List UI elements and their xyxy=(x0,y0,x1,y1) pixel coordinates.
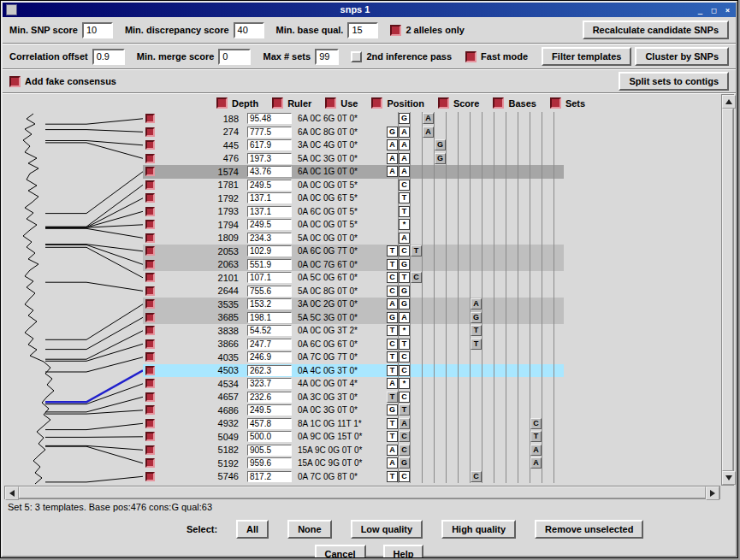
base-cell[interactable]: G xyxy=(387,404,398,416)
app-icon[interactable] xyxy=(6,4,17,15)
base-cell[interactable]: A xyxy=(399,418,410,429)
min-snp-score-input[interactable]: 10 xyxy=(82,22,113,38)
base-cell[interactable]: A xyxy=(471,298,482,309)
row-set-cells[interactable]: AGA xyxy=(387,457,554,470)
base-cell[interactable]: A xyxy=(387,457,398,469)
scroll-up-icon[interactable] xyxy=(722,95,736,109)
row-set-cells[interactable]: GAG xyxy=(387,311,554,325)
table-row[interactable]: 18895.486A 0C 6G 0T 0*GA xyxy=(143,112,564,126)
base-cell[interactable]: A xyxy=(423,127,434,138)
base-cell[interactable]: G xyxy=(471,312,482,323)
row-set-cells[interactable]: T*T xyxy=(387,324,554,338)
recalculate-snps-button[interactable]: Recalculate candidate SNPs xyxy=(583,21,729,39)
base-cell[interactable]: A xyxy=(399,127,410,138)
row-score-entry[interactable]: 777.5 xyxy=(247,127,292,138)
help-button[interactable]: Help xyxy=(383,545,424,558)
vertical-scrollbar[interactable] xyxy=(721,94,734,486)
table-row[interactable]: 157443.766A 0C 1G 0T 0*AA xyxy=(143,165,564,179)
scroll-right-icon[interactable] xyxy=(706,486,719,500)
row-score-entry[interactable]: 249.5 xyxy=(247,219,292,230)
row-set-cells[interactable]: TG xyxy=(387,258,554,272)
base-cell[interactable]: * xyxy=(399,219,410,230)
row-set-cells[interactable]: T xyxy=(387,205,554,219)
row-checkbox[interactable] xyxy=(145,260,155,269)
column-toggle-use[interactable]: Use xyxy=(325,97,358,109)
table-row[interactable]: 4932457.88A 1C 0G 11T 1*TAC xyxy=(143,417,564,431)
row-set-cells[interactable]: * xyxy=(387,218,554,232)
base-cell[interactable]: T xyxy=(399,339,410,350)
base-cell[interactable]: A xyxy=(530,457,542,469)
column-toggle-position[interactable]: Position xyxy=(371,97,423,109)
base-cell[interactable]: A xyxy=(399,312,410,323)
row-checkbox[interactable] xyxy=(145,472,155,481)
table-row[interactable]: 445617.93A 0C 4G 0T 0*AAG xyxy=(143,139,564,152)
table-row[interactable]: 274777.56A 0C 8G 0T 0*GAA xyxy=(143,126,564,139)
remove-unselected-button[interactable]: Remove unselected xyxy=(535,520,643,539)
maximize-button[interactable]: □ xyxy=(707,4,720,15)
row-score-entry[interactable]: 43.76 xyxy=(247,166,292,177)
row-set-cells[interactable]: TC xyxy=(387,351,554,364)
table-row[interactable]: 2063551.90A 0C 7G 6T 0*TG xyxy=(143,258,564,272)
base-cell[interactable]: T xyxy=(387,418,398,429)
row-score-entry[interactable]: 232.6 xyxy=(247,392,292,403)
snp-canvas[interactable]: 18895.486A 0C 6G 0T 0*GA274777.56A 0C 8G… xyxy=(4,112,724,486)
table-row[interactable]: 4534323.74A 0C 0G 0T 4*A* xyxy=(143,377,564,391)
row-checkbox[interactable] xyxy=(145,432,155,441)
close-button[interactable]: × xyxy=(721,4,734,15)
base-cell[interactable]: A xyxy=(399,233,410,244)
base-cell[interactable]: T xyxy=(387,325,398,336)
row-score-entry[interactable]: 755.6 xyxy=(247,286,292,297)
table-row[interactable]: 5182905.515A 9C 0G 0T 0*ACA xyxy=(143,444,564,457)
base-cell[interactable]: T xyxy=(387,259,398,270)
table-row[interactable]: 3685198.15A 5C 3G 0T 0*GAG xyxy=(143,311,564,325)
column-toggle-score[interactable]: Score xyxy=(438,97,480,109)
table-row[interactable]: 383854.520A 0C 0G 3T 2*T*T xyxy=(143,324,564,338)
row-set-cells[interactable]: ACA xyxy=(387,444,554,457)
base-cell[interactable]: A xyxy=(530,445,542,456)
base-cell[interactable]: T xyxy=(399,192,410,203)
base-cell[interactable]: C xyxy=(387,272,398,283)
min-discrepancy-input[interactable]: 40 xyxy=(234,22,264,38)
cluster-by-snps-button[interactable]: Cluster by SNPs xyxy=(635,47,729,66)
horizontal-scroll-thumb[interactable] xyxy=(19,486,706,498)
row-score-entry[interactable]: 102.9 xyxy=(247,245,292,256)
two-alleles-checkbox[interactable]: 2 alleles only xyxy=(390,25,464,36)
table-row[interactable]: 1781249.50A 0C 0G 0T 5*C xyxy=(143,179,564,192)
row-set-cells[interactable]: T xyxy=(387,192,554,205)
row-checkbox[interactable] xyxy=(145,299,155,309)
base-cell[interactable]: A xyxy=(399,166,410,177)
table-row[interactable]: 5049500.00A 9C 0G 15T 0*TCT xyxy=(143,430,564,444)
base-cell[interactable]: A xyxy=(423,113,434,124)
base-cell[interactable]: T xyxy=(387,351,398,363)
base-cell[interactable]: A xyxy=(399,139,410,150)
row-checkbox[interactable] xyxy=(145,445,155,455)
row-score-entry[interactable]: 107.1 xyxy=(247,272,292,283)
row-set-cells[interactable]: CTT xyxy=(387,338,554,351)
table-row[interactable]: 476197.35A 0C 3G 0T 0*AAG xyxy=(143,152,564,166)
select-none-button[interactable]: None xyxy=(287,520,332,539)
scroll-left-icon[interactable] xyxy=(5,486,19,500)
row-score-entry[interactable]: 137.1 xyxy=(247,192,292,203)
base-cell[interactable]: T xyxy=(387,245,398,256)
row-set-cells[interactable]: CTC xyxy=(387,271,554,285)
base-cell[interactable]: C xyxy=(387,286,398,297)
table-row[interactable]: 4686249.50A 0C 3G 0T 0*GT xyxy=(143,404,564,417)
row-score-entry[interactable]: 249.5 xyxy=(247,404,292,416)
base-cell[interactable]: G xyxy=(399,259,410,270)
row-set-cells[interactable]: GA xyxy=(387,112,554,126)
table-row[interactable]: 4503262.30A 4C 0G 3T 0*TC xyxy=(143,364,564,378)
vertical-scroll-thumb[interactable] xyxy=(722,109,733,471)
row-score-entry[interactable]: 137.1 xyxy=(247,206,292,217)
title-bar[interactable]: snps 1 _ □ × xyxy=(3,3,736,17)
base-cell[interactable]: T xyxy=(530,431,542,442)
base-cell[interactable]: A xyxy=(387,298,398,309)
table-row[interactable]: 3535153.23A 0C 2G 0T 0*AGA xyxy=(143,298,564,311)
table-row[interactable]: 1809234.35A 0C 0G 0T 0*A xyxy=(143,232,564,245)
base-cell[interactable]: T xyxy=(387,431,398,442)
row-checkbox[interactable] xyxy=(145,207,155,216)
base-cell[interactable]: C xyxy=(387,339,398,350)
base-cell[interactable]: G xyxy=(399,113,410,124)
row-checkbox[interactable] xyxy=(145,405,155,415)
minimize-button[interactable]: _ xyxy=(694,4,707,15)
base-cell[interactable]: C xyxy=(530,418,542,429)
